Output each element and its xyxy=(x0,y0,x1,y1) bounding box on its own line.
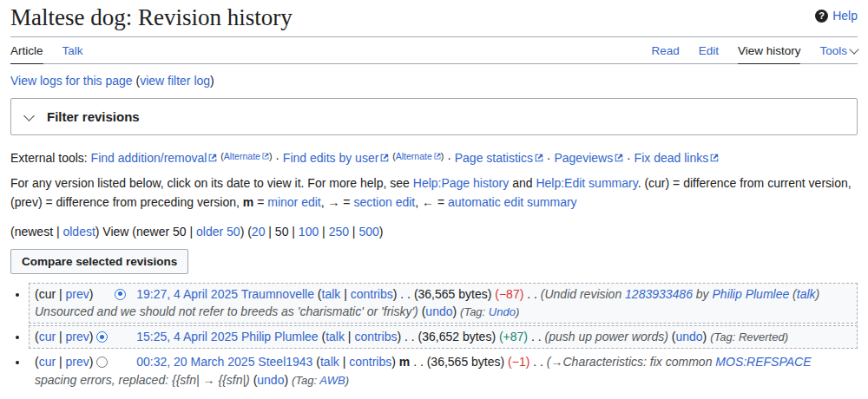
paren: ) xyxy=(284,373,288,387)
revision-date-link[interactable]: 15:25, 4 April 2025 xyxy=(136,330,238,343)
text-segment: · xyxy=(272,151,282,165)
cur-link[interactable]: cur xyxy=(39,287,56,301)
help-link[interactable]: ? Help xyxy=(815,9,858,23)
paren: ( xyxy=(312,355,320,369)
user-contribs-link[interactable]: contribs xyxy=(354,330,397,343)
revision-list: (cur | prev) 19:27, 4 April 2025 Traumno… xyxy=(10,283,858,399)
pipe: | xyxy=(56,355,65,369)
revision-select-radio[interactable] xyxy=(115,289,126,300)
external-link-icon xyxy=(380,151,389,165)
pipe: | xyxy=(56,330,65,343)
separator-dots: . . xyxy=(413,355,424,369)
inline-link[interactable]: automatic edit summary xyxy=(448,195,577,209)
inline-link[interactable]: View logs for this page xyxy=(10,74,133,88)
paren: ( xyxy=(319,330,326,343)
user-contribs-link[interactable]: contribs xyxy=(349,355,391,369)
undo-link[interactable]: undo xyxy=(675,330,702,343)
chevron-down-icon xyxy=(23,110,35,121)
inline-link[interactable]: MOS:REFSPACE xyxy=(715,355,811,369)
text-segment: ) View (newer 50 xyxy=(95,225,187,239)
revision-select-radio[interactable] xyxy=(96,356,108,368)
page-header: Maltese dog: Revision history ? Help xyxy=(10,3,858,37)
tab-article[interactable]: Article xyxy=(10,37,43,64)
inline-link[interactable]: view filter log xyxy=(140,74,210,88)
text-segment: ( xyxy=(133,74,141,88)
text-segment: ) xyxy=(345,374,349,387)
prev-link[interactable]: prev xyxy=(66,355,89,369)
inline-link[interactable]: 250 xyxy=(329,225,349,239)
inline-link[interactable]: minor edit xyxy=(267,195,320,209)
text-segment: | xyxy=(349,225,358,239)
tools-label: Tools xyxy=(819,44,847,57)
help-label[interactable]: Help xyxy=(832,9,858,23)
paren: ) xyxy=(89,330,94,343)
inline-link[interactable]: older 50 xyxy=(196,225,240,239)
inline-link[interactable]: Fix dead links xyxy=(635,151,709,165)
inline-link[interactable]: oldest xyxy=(62,225,95,239)
inline-link[interactable]: 100 xyxy=(299,225,319,239)
inline-link[interactable]: 20 xyxy=(252,225,266,239)
pipe: | xyxy=(56,287,65,301)
tab-tools[interactable]: Tools xyxy=(819,37,858,63)
filter-revisions-toggle[interactable]: Filter revisions xyxy=(10,98,858,135)
undo-group: (undo) xyxy=(253,373,289,387)
text-segment: · xyxy=(444,151,454,165)
inline-link[interactable]: Page statistics xyxy=(455,151,533,165)
text-segment: 50 xyxy=(275,225,289,239)
paren: ) xyxy=(393,287,398,301)
inline-link[interactable]: section edit xyxy=(353,195,415,209)
curprev-group: (cur | prev) xyxy=(35,330,93,343)
user-contribs-link[interactable]: contribs xyxy=(351,287,393,301)
prev-link[interactable]: prev xyxy=(66,287,89,301)
cur-link[interactable]: cur xyxy=(39,355,56,369)
pipe: | xyxy=(339,355,349,369)
view-logs-line: View logs for this page (view filter log… xyxy=(10,74,858,88)
tab-read[interactable]: Read xyxy=(651,37,679,63)
inline-link[interactable]: 500 xyxy=(358,225,378,239)
inline-link[interactable]: Alternate xyxy=(396,151,432,161)
view-tabs: Read Edit View history Tools xyxy=(651,37,858,63)
undo-link[interactable]: undo xyxy=(425,304,452,318)
inline-link[interactable]: Alternate xyxy=(224,151,260,161)
external-link-icon xyxy=(208,151,217,165)
text-segment: ) ( xyxy=(240,225,252,239)
inline-link[interactable]: Find addition/removal xyxy=(91,151,207,165)
user-link[interactable]: Philip Plumlee xyxy=(241,330,319,343)
revision-date-link[interactable]: 19:27, 4 April 2025 xyxy=(136,287,238,301)
user-talk-link[interactable]: talk xyxy=(322,287,341,301)
user-link[interactable]: Steel1943 xyxy=(258,355,312,369)
tab-edit[interactable]: Edit xyxy=(699,37,719,63)
inline-link[interactable]: talk xyxy=(797,287,816,301)
user-talk-link[interactable]: talk xyxy=(320,355,339,369)
user-talk-link[interactable]: talk xyxy=(326,330,345,343)
tab-talk[interactable]: Talk xyxy=(62,37,83,63)
revision-row: (cur | prev) 11:59, 6 November 2024 Joy … xyxy=(29,393,858,399)
paren: ) xyxy=(703,330,707,343)
inline-link[interactable]: Undo xyxy=(489,305,516,318)
user-link[interactable]: Traumnovelle xyxy=(241,287,314,301)
tab-view-history[interactable]: View history xyxy=(738,37,801,64)
pipe: | xyxy=(340,287,350,301)
radio-slot-left xyxy=(96,288,115,300)
radio-slots xyxy=(96,330,133,343)
compare-selected-revisions-button[interactable]: Compare selected revisions xyxy=(10,249,188,274)
revision-row: (cur | prev) 15:25, 4 April 2025 Philip … xyxy=(29,325,858,349)
external-link-icon xyxy=(262,148,269,162)
tab-bar: Article Talk Read Edit View history Tool… xyxy=(10,37,858,64)
inline-link[interactable]: AWB xyxy=(319,374,345,387)
text-segment: = xyxy=(253,195,267,209)
inline-link[interactable]: Help:Edit summary xyxy=(536,176,637,190)
inline-link[interactable]: Find edits by user xyxy=(283,151,379,165)
byte-diff: (−87) xyxy=(495,287,523,301)
byte-diff: (−1) xyxy=(508,355,529,369)
revision-select-radio[interactable] xyxy=(96,331,108,343)
edit-summary: (push up power words) xyxy=(544,330,667,343)
inline-link[interactable]: Help:Page history xyxy=(413,176,510,190)
inline-link[interactable]: Philip Plumlee xyxy=(713,287,790,301)
cur-link[interactable]: cur xyxy=(39,330,56,343)
inline-link[interactable]: 1283933486 xyxy=(625,287,693,301)
revision-date-link[interactable]: 00:32, 20 March 2025 xyxy=(136,355,254,369)
undo-link[interactable]: undo xyxy=(257,373,284,387)
inline-link[interactable]: Pageviews xyxy=(554,151,613,165)
prev-link[interactable]: prev xyxy=(66,330,89,343)
